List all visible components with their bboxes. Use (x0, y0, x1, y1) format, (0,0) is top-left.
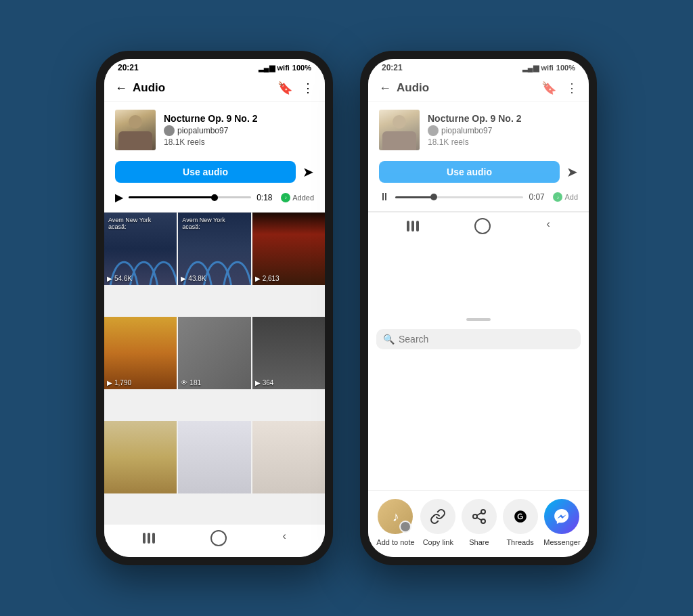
progress-fill-1 (129, 196, 215, 198)
audio-reels-count-1: 18.1K reels (164, 137, 314, 147)
progress-bar-1[interactable] (129, 196, 251, 198)
messenger-icon (544, 499, 579, 534)
status-bar-1: 20:21 ▂▄▆ wifi 100% (104, 59, 325, 75)
wifi-icon: wifi (277, 64, 290, 72)
audio-reels-count-2: 18.1K reels (428, 137, 578, 147)
add-to-note-label: Add to note (376, 538, 414, 546)
audio-title-1: Nocturne Op. 9 No. 2 (164, 113, 314, 124)
send-icon-2[interactable]: ➤ (566, 164, 578, 180)
back-nav-1[interactable]: ‹ (283, 530, 286, 546)
share-sheet-body (368, 355, 589, 490)
audio-info-2: Nocturne Op. 9 No. 2 piopalumbo97 18.1K … (368, 102, 589, 158)
home-button-2[interactable] (474, 218, 491, 234)
reel-item-1[interactable]: Avem New York acasă: ▶54.6K (104, 213, 177, 285)
audio-meta-1: Nocturne Op. 9 No. 2 piopalumbo97 18.1K … (164, 113, 314, 147)
signal-icon-2: ▂▄▆ (522, 64, 539, 72)
share-icon (462, 499, 497, 534)
audio-artist-2: piopalumbo97 (441, 126, 492, 135)
nav-lines-2 (407, 218, 419, 234)
status-icons-1: ▂▄▆ wifi 100% (259, 64, 311, 72)
sheet-handle (466, 318, 491, 321)
header-2: ← Audio 🔖 ⋮ (368, 75, 589, 102)
messenger-svg-icon (552, 507, 571, 526)
nav-lines (143, 530, 155, 546)
audio-thumbnail-1 (115, 110, 156, 150)
back-nav-2[interactable]: ‹ (547, 218, 550, 234)
reel-item-9[interactable] (252, 421, 325, 493)
nav-line-icon-5 (411, 221, 414, 232)
player-bar-1: ▶ 0:18 ♪ Added (104, 188, 325, 213)
share-action-add-to-note[interactable]: ♪ Add to note (376, 499, 414, 546)
spotify-badge-1[interactable]: ♪ Added (281, 193, 314, 202)
reel-item-4[interactable]: ▶1,790 (104, 317, 177, 389)
send-icon-1[interactable]: ➤ (303, 164, 314, 180)
audio-artist-1: piopalumbo97 (177, 126, 228, 135)
spotify-icon-2: ♪ (553, 192, 562, 202)
bookmark-icon-2[interactable]: 🔖 (541, 81, 556, 95)
progress-dot-1 (211, 194, 218, 201)
home-button-1[interactable] (210, 530, 227, 546)
status-time-1: 20:21 (118, 63, 139, 72)
threads-icon (503, 499, 538, 534)
reel-item-7[interactable] (104, 421, 177, 493)
reel-item-3[interactable]: ▶2,613 (252, 213, 325, 285)
use-audio-button-1[interactable]: Use audio (115, 161, 296, 183)
bookmark-icon-1[interactable]: 🔖 (277, 81, 292, 95)
audio-title-2: Nocturne Op. 9 No. 2 (428, 113, 578, 124)
reel-item-6[interactable]: ▶364 (252, 317, 325, 389)
use-audio-button-2[interactable]: Use audio (379, 161, 560, 183)
reels-grid-1: Avem New York acasă: ▶54.6K Avem New Yor… (104, 213, 325, 524)
nav-line-icon-6 (416, 221, 419, 232)
header-actions-2: 🔖 ⋮ (541, 81, 578, 95)
status-bar-2: 20:21 ▂▄▆ wifi 100% (368, 59, 589, 75)
nav-line-icon-4 (407, 221, 409, 232)
header-1: ← Audio 🔖 ⋮ (104, 75, 325, 102)
reel-count-2: ▶43.8K (181, 275, 206, 282)
reel-count-6: ▶364 (255, 379, 274, 387)
add-to-note-icon: ♪ (378, 499, 413, 534)
audio-info-1: Nocturne Op. 9 No. 2 piopalumbo97 18.1K … (104, 102, 325, 158)
audio-meta-2: Nocturne Op. 9 No. 2 piopalumbo97 18.1K … (428, 113, 578, 147)
artist-avatar-2 (428, 125, 439, 136)
search-input[interactable] (399, 334, 574, 345)
share-sheet: 🔍 ♪ Add to note (368, 313, 589, 557)
status-time-2: 20:21 (382, 63, 403, 72)
progress-fill-2 (395, 196, 434, 198)
play-button-1[interactable]: ▶ (115, 191, 123, 204)
more-icon-2[interactable]: ⋮ (566, 81, 578, 95)
back-button-1[interactable]: ← (115, 81, 127, 95)
page-title-2: Audio (397, 81, 541, 95)
player-bar-2: ⏸ 0:07 ♪ Add (368, 188, 589, 212)
share-action-copy-link[interactable]: Copy link (420, 499, 455, 546)
time-label-1: 0:18 (256, 193, 275, 202)
reel-count-4: ▶1,790 (107, 379, 131, 387)
share-svg-icon (471, 508, 487, 525)
more-icon-1[interactable]: ⋮ (302, 81, 314, 95)
phone-2: @on_____.du 20:21 ▂▄▆ wifi 100% ← Audio … (360, 51, 597, 565)
progress-bar-2[interactable] (395, 196, 523, 198)
share-action-share[interactable]: Share (462, 499, 497, 546)
reel-count-1: ▶54.6K (107, 275, 132, 282)
reel-item-2[interactable]: Avem New York acasă: ▶43.8K (178, 213, 250, 285)
share-action-threads[interactable]: Threads (503, 499, 538, 546)
time-label-2: 0:07 (529, 192, 547, 202)
reel-item-5[interactable]: 👁181 (178, 317, 250, 389)
status-icons-2: ▂▄▆ wifi 100% (522, 64, 575, 72)
page-title-1: Audio (133, 81, 277, 95)
svg-point-5 (223, 262, 251, 285)
reel-item-8[interactable] (178, 421, 250, 493)
audio-artist-row-2: piopalumbo97 (428, 125, 578, 136)
share-action-messenger[interactable]: Messenger (543, 499, 580, 546)
spotify-badge-2[interactable]: ♪ Add (553, 192, 578, 202)
nav-line-icon-2 (148, 533, 150, 544)
spotify-status-2: Add (564, 193, 578, 201)
back-button-2[interactable]: ← (379, 81, 391, 95)
bottom-nav-1: ‹ (104, 524, 325, 557)
spotify-status-1: Added (292, 194, 314, 202)
nav-line-icon-3 (152, 533, 155, 544)
pause-button-2[interactable]: ⏸ (379, 191, 390, 203)
svg-line-9 (477, 518, 482, 521)
share-search[interactable]: 🔍 (376, 329, 581, 349)
reel-count-3: ▶2,613 (255, 275, 280, 282)
threads-svg-icon (512, 508, 529, 525)
